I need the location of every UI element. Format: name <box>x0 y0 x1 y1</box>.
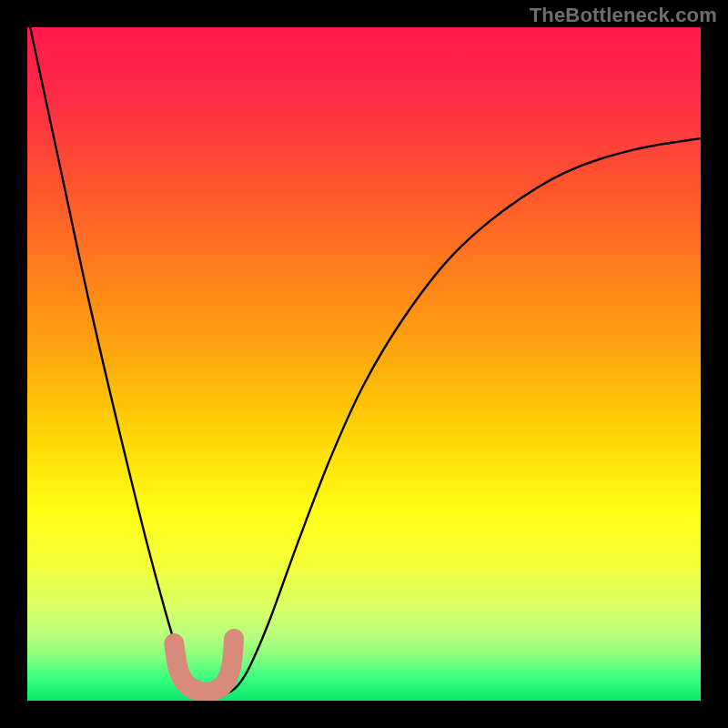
bottleneck-chart <box>27 27 701 701</box>
watermark-text: TheBottleneck.com <box>530 4 717 27</box>
gradient-background <box>27 27 701 701</box>
chart-frame: TheBottleneck.com <box>0 0 728 728</box>
